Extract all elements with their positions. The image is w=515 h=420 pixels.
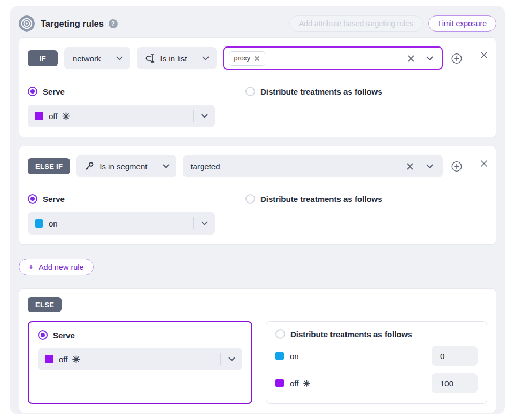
chevron-down-icon[interactable] <box>419 155 440 177</box>
treatment-select[interactable]: off <box>28 105 215 127</box>
attribute-select[interactable]: network <box>64 47 130 69</box>
chevron-down-icon <box>109 47 130 69</box>
chevron-down-icon <box>194 212 215 235</box>
serve-section: Serve Distribute treatments as follows o… <box>19 186 472 244</box>
value-chip-label: proxy <box>234 55 251 62</box>
serve-label: Serve <box>53 331 75 340</box>
value-chip: proxy <box>229 51 266 66</box>
rule-card-if: IF network Is in list <box>19 37 496 137</box>
treatment-name: on <box>290 352 299 361</box>
distribute-option[interactable]: Distribute treatments as follows <box>275 329 478 339</box>
treatment-color-swatch <box>275 379 284 387</box>
delete-rule-icon[interactable] <box>479 50 489 60</box>
rule-side-column <box>472 146 496 244</box>
matcher-select[interactable]: Is in segment <box>76 155 176 177</box>
serve-option[interactable]: Serve <box>38 330 242 340</box>
distribute-option[interactable]: Distribute treatments as follows <box>245 87 463 96</box>
treatment-name: off <box>59 355 67 364</box>
segment-value: targeted <box>190 162 220 171</box>
rule-values-input[interactable]: proxy <box>223 46 443 70</box>
else-card: ELSE Serve off <box>19 288 496 413</box>
serve-radio-selected[interactable] <box>28 87 37 96</box>
distribute-label: Distribute treatments as follows <box>260 195 382 204</box>
treatment-color-swatch <box>35 219 43 228</box>
add-attribute-rules-button: Add attribute based targeting rules <box>289 15 423 32</box>
matcher-select-value: Is in segment <box>99 162 147 171</box>
else-distribute-card[interactable]: Distribute treatments as follows on off <box>266 321 487 404</box>
segment-value-input[interactable]: targeted <box>183 155 443 177</box>
clear-input-icon[interactable] <box>402 162 418 170</box>
distribute-row-on: on <box>275 346 478 366</box>
chevron-down-icon[interactable] <box>420 47 439 69</box>
chevron-down-icon <box>194 105 215 127</box>
chevron-down-icon <box>155 155 176 177</box>
treatment-select[interactable]: on <box>28 212 215 235</box>
percentage-input-on[interactable] <box>432 346 478 366</box>
add-new-rule-button[interactable]: + Add new rule <box>19 259 94 275</box>
distribute-radio-unselected[interactable] <box>245 194 255 204</box>
serve-label: Serve <box>43 87 65 96</box>
rule-card-else-if: ELSE IF Is in segment targe <box>19 146 496 245</box>
distribute-radio-unselected[interactable] <box>275 329 285 339</box>
serve-option[interactable]: Serve <box>28 194 245 204</box>
distribute-option[interactable]: Distribute treatments as follows <box>245 194 463 204</box>
delete-rule-icon[interactable] <box>479 158 489 169</box>
chip-remove-icon[interactable] <box>254 56 260 61</box>
treatment-color-swatch <box>45 355 53 363</box>
treatment-name: off <box>290 379 298 388</box>
segment-key-icon <box>84 161 95 172</box>
clear-input-icon[interactable] <box>403 55 419 63</box>
condition-row: IF network Is in list <box>19 38 472 79</box>
if-badge: IF <box>28 50 58 66</box>
matcher-select-value: Is in list <box>160 54 187 63</box>
targeting-rules-panel: Targeting rules ? Add attribute based ta… <box>10 6 505 414</box>
serve-section: Serve Distribute treatments as follows o… <box>19 79 472 137</box>
serve-label: Serve <box>43 195 65 204</box>
treatment-select[interactable]: off <box>38 348 242 370</box>
distribute-radio-unselected[interactable] <box>245 87 255 96</box>
rule-side-column <box>472 38 496 137</box>
default-treatment-icon <box>303 380 310 387</box>
else-if-badge: ELSE IF <box>28 158 70 174</box>
help-icon[interactable]: ? <box>109 19 118 28</box>
add-condition-icon[interactable] <box>451 161 462 172</box>
default-treatment-icon <box>62 112 70 120</box>
distribute-label: Distribute treatments as follows <box>260 87 382 96</box>
distribute-label: Distribute treatments as follows <box>290 330 412 339</box>
target-icon <box>19 15 35 32</box>
serve-radio-selected[interactable] <box>28 194 37 204</box>
serve-radio-selected[interactable] <box>38 330 48 340</box>
chevron-down-icon <box>195 47 217 69</box>
treatment-name: on <box>49 219 58 228</box>
percentage-input-off[interactable] <box>432 373 478 393</box>
default-treatment-icon <box>72 355 80 363</box>
chevron-down-icon <box>221 348 242 370</box>
matcher-select[interactable]: Is in list <box>137 47 217 69</box>
panel-header: Targeting rules ? Add attribute based ta… <box>19 15 496 32</box>
else-badge: ELSE <box>28 297 62 312</box>
page-title: Targeting rules <box>41 19 104 29</box>
add-condition-icon[interactable] <box>451 53 462 64</box>
else-serve-card[interactable]: Serve off <box>28 321 252 404</box>
attribute-select-value: network <box>73 54 101 63</box>
treatment-color-swatch <box>35 112 43 120</box>
treatment-color-swatch <box>275 352 284 360</box>
add-new-rule-label: Add new rule <box>39 263 84 271</box>
serve-option[interactable]: Serve <box>28 87 245 96</box>
string-type-icon <box>144 53 156 64</box>
distribute-row-off: off <box>275 373 478 393</box>
treatment-name: off <box>49 112 57 121</box>
plus-icon: + <box>28 262 34 271</box>
limit-exposure-button[interactable]: Limit exposure <box>428 15 496 32</box>
condition-row: ELSE IF Is in segment targe <box>19 146 472 186</box>
